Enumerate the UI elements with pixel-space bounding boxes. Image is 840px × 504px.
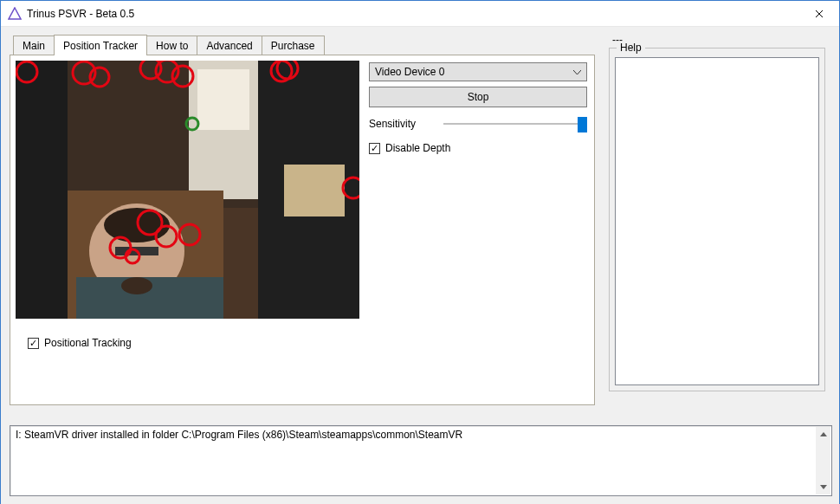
positional-tracking-checkbox[interactable]	[28, 338, 39, 349]
scroll-down-icon[interactable]	[816, 480, 830, 494]
video-device-value: Video Device 0	[375, 66, 445, 78]
window-title: Trinus PSVR - Beta 0.5	[27, 8, 799, 20]
tab-strip: Main Position Tracker How to Advanced Pu…	[13, 34, 598, 55]
svg-rect-6	[16, 61, 68, 319]
log-textbox[interactable]: I: SteamVR driver installed in folder C:…	[10, 425, 832, 496]
app-window: Trinus PSVR - Beta 0.5 Main Position Tra…	[0, 0, 840, 504]
positional-tracking-label: Positional Tracking	[44, 337, 132, 349]
chevron-down-icon	[573, 68, 581, 77]
help-group: Help	[609, 48, 825, 391]
tab-main[interactable]: Main	[13, 36, 55, 55]
svg-marker-0	[9, 8, 21, 19]
scroll-up-icon[interactable]	[816, 427, 830, 442]
tab-page-position-tracker: Video Device 0 Stop Sensitivity	[10, 55, 595, 405]
titlebar: Trinus PSVR - Beta 0.5	[1, 1, 839, 27]
positional-tracking-row: Positional Tracking	[28, 337, 132, 349]
controls-column: Video Device 0 Stop Sensitivity	[369, 62, 587, 154]
close-button[interactable]	[799, 1, 839, 27]
help-content	[615, 57, 819, 385]
disable-depth-checkbox[interactable]	[369, 143, 380, 154]
video-preview	[16, 61, 359, 319]
right-column: --- Help	[609, 34, 825, 391]
sensitivity-thumb[interactable]	[578, 117, 587, 132]
tab-purchase[interactable]: Purchase	[262, 36, 325, 55]
video-device-select[interactable]: Video Device 0	[369, 62, 587, 81]
app-icon	[8, 7, 22, 21]
client-area: Main Position Tracker How to Advanced Pu…	[1, 27, 839, 504]
disable-depth-label: Disable Depth	[385, 142, 450, 154]
svg-rect-3	[197, 69, 249, 130]
svg-rect-8	[284, 165, 345, 216]
tab-how-to[interactable]: How to	[146, 36, 197, 55]
tab-advanced[interactable]: Advanced	[197, 36, 262, 55]
svg-point-13	[121, 277, 152, 294]
tab-position-tracker[interactable]: Position Tracker	[54, 35, 147, 55]
log-scrollbar[interactable]	[816, 427, 830, 494]
sensitivity-slider[interactable]	[443, 116, 587, 132]
help-legend: Help	[617, 42, 645, 54]
stop-button[interactable]: Stop	[369, 87, 587, 107]
sensitivity-label: Sensitivity	[369, 118, 430, 130]
log-content: I: SteamVR driver installed in folder C:…	[10, 426, 831, 495]
